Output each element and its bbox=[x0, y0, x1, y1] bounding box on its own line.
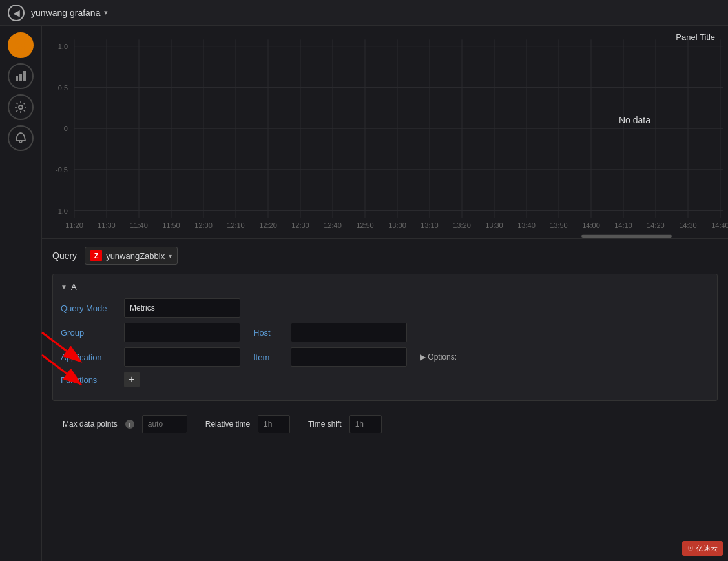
svg-text:13:30: 13:30 bbox=[485, 221, 503, 229]
svg-text:11:30: 11:30 bbox=[98, 221, 116, 229]
group-input[interactable] bbox=[124, 323, 240, 342]
host-label[interactable]: Host bbox=[253, 328, 286, 338]
watermark-icon: ♾ bbox=[687, 544, 694, 553]
sidebar bbox=[0, 26, 42, 561]
svg-text:14:00: 14:00 bbox=[582, 221, 600, 229]
app-title: yunwang grafana bbox=[31, 8, 100, 18]
svg-text:12:40: 12:40 bbox=[324, 221, 342, 229]
sidebar-icon-chart[interactable] bbox=[8, 63, 34, 89]
query-block-id: A bbox=[71, 282, 77, 292]
sidebar-icon-database[interactable] bbox=[8, 32, 34, 58]
svg-text:12:20: 12:20 bbox=[259, 221, 277, 229]
svg-text:11:50: 11:50 bbox=[162, 221, 180, 229]
query-block-header: ▼ A bbox=[61, 282, 709, 292]
svg-rect-3 bbox=[16, 76, 18, 81]
back-icon: ◀ bbox=[13, 8, 20, 18]
collapse-arrow[interactable]: ▼ bbox=[61, 283, 67, 291]
main-layout: Panel Title No data bbox=[0, 26, 728, 561]
svg-text:12:00: 12:00 bbox=[194, 221, 213, 229]
title-chevron[interactable]: ▾ bbox=[104, 8, 108, 17]
datasource-name: yunwangZabbix bbox=[106, 251, 165, 261]
svg-text:-1.0: -1.0 bbox=[56, 207, 68, 215]
svg-text:14:30: 14:30 bbox=[679, 221, 697, 229]
host-input[interactable] bbox=[291, 323, 407, 342]
query-panel: Query Z yunwangZabbix ▾ ▼ A Query Mode bbox=[42, 239, 728, 561]
query-header: Query Z yunwangZabbix ▾ bbox=[52, 247, 718, 265]
svg-point-6 bbox=[19, 105, 23, 109]
sidebar-icon-bell[interactable] bbox=[8, 125, 34, 151]
time-shift-input[interactable] bbox=[349, 415, 382, 433]
bell-svg-icon bbox=[14, 132, 27, 145]
no-data-label: No data bbox=[619, 115, 650, 125]
item-input[interactable] bbox=[291, 347, 407, 367]
application-input[interactable] bbox=[124, 347, 240, 367]
database-svg-icon bbox=[14, 38, 28, 52]
query-mode-select[interactable]: Metrics Text ITSERVICES bbox=[124, 298, 240, 318]
chart-area: Panel Title No data bbox=[42, 26, 728, 239]
svg-text:12:30: 12:30 bbox=[291, 221, 309, 229]
sidebar-icon-gear[interactable] bbox=[8, 94, 34, 120]
back-button[interactable]: ◀ bbox=[8, 5, 25, 21]
query-mode-row: Query Mode Metrics Text ITSERVICES bbox=[61, 298, 709, 318]
svg-text:0.5: 0.5 bbox=[58, 83, 68, 91]
application-label[interactable]: Application bbox=[61, 352, 119, 362]
svg-text:12:10: 12:10 bbox=[227, 221, 245, 229]
svg-text:12:50: 12:50 bbox=[356, 221, 374, 229]
datasource-chevron: ▾ bbox=[169, 252, 172, 260]
svg-text:13:40: 13:40 bbox=[517, 221, 536, 229]
info-icon[interactable]: i bbox=[125, 420, 134, 429]
chart-svg-icon bbox=[14, 70, 27, 83]
chart-svg: 1.0 0.5 0 -0.5 -1.0 11:20 11:30 11:40 11… bbox=[42, 26, 728, 238]
max-data-points-label: Max data points bbox=[63, 420, 118, 429]
svg-text:11:20: 11:20 bbox=[65, 221, 83, 229]
options-label[interactable]: ▶ Options: bbox=[420, 352, 457, 362]
zabbix-logo: Z bbox=[90, 250, 102, 261]
svg-text:0: 0 bbox=[64, 125, 68, 132]
functions-row: Functions + bbox=[61, 372, 709, 387]
content-area: Panel Title No data bbox=[42, 26, 728, 561]
svg-text:11:40: 11:40 bbox=[130, 221, 148, 229]
svg-text:-0.5: -0.5 bbox=[56, 166, 68, 174]
time-shift-label: Time shift bbox=[308, 420, 342, 429]
query-label: Query bbox=[52, 250, 77, 261]
svg-rect-5 bbox=[23, 71, 26, 81]
add-function-button[interactable]: + bbox=[124, 372, 140, 387]
max-data-points-input[interactable] bbox=[142, 415, 187, 433]
svg-rect-4 bbox=[19, 74, 22, 81]
svg-text:14:20: 14:20 bbox=[647, 221, 665, 229]
functions-label[interactable]: Functions bbox=[61, 375, 119, 385]
gear-svg-icon bbox=[14, 101, 27, 114]
svg-text:14:40: 14:40 bbox=[711, 221, 728, 229]
query-block-a: ▼ A Query Mode Metrics Text ITSERVICES bbox=[52, 274, 718, 401]
svg-text:14:10: 14:10 bbox=[614, 221, 632, 229]
svg-text:13:00: 13:00 bbox=[388, 221, 406, 229]
relative-time-input[interactable] bbox=[258, 415, 290, 433]
svg-text:13:10: 13:10 bbox=[421, 221, 439, 229]
panel-title: Panel Title bbox=[676, 32, 715, 42]
query-mode-label: Query Mode bbox=[61, 303, 119, 313]
svg-text:13:50: 13:50 bbox=[550, 221, 568, 229]
group-host-row: Group Host bbox=[61, 323, 709, 342]
header-title: yunwang grafana ▾ bbox=[31, 8, 108, 18]
svg-text:13:20: 13:20 bbox=[453, 221, 471, 229]
footer-row: Max data points i Relative time Time shi… bbox=[52, 409, 718, 440]
application-item-row: Application Item ▶ Options: bbox=[61, 347, 709, 367]
svg-text:1.0: 1.0 bbox=[58, 43, 68, 50]
item-label[interactable]: Item bbox=[253, 352, 286, 362]
relative-time-label: Relative time bbox=[205, 420, 250, 429]
datasource-selector[interactable]: Z yunwangZabbix ▾ bbox=[85, 247, 178, 265]
svg-rect-59 bbox=[581, 235, 672, 238]
header: ◀ yunwang grafana ▾ bbox=[0, 0, 728, 26]
watermark: ♾ 亿速云 bbox=[682, 541, 723, 556]
watermark-text: 亿速云 bbox=[696, 544, 718, 553]
group-label[interactable]: Group bbox=[61, 328, 119, 338]
